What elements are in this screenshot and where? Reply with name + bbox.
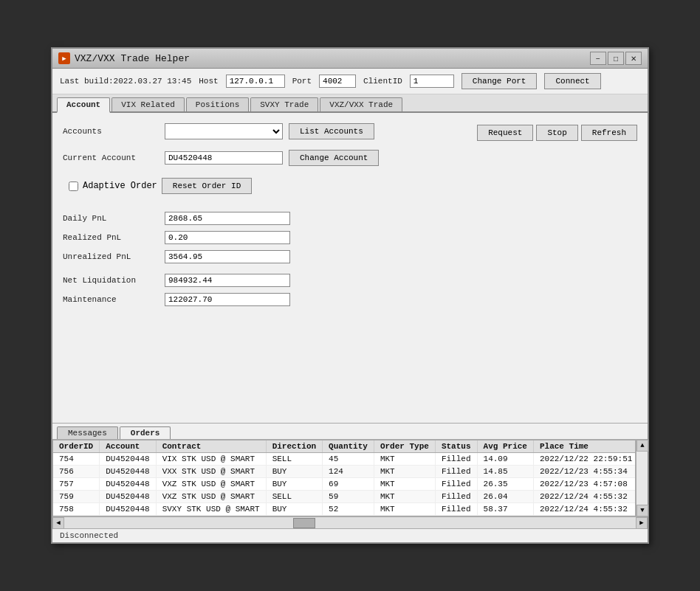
table-cell: DU4520448 xyxy=(100,478,156,491)
table-cell: 26.04 xyxy=(477,491,533,503)
scroll-down-button[interactable]: ▼ xyxy=(636,505,648,516)
table-cell: DU4520448 xyxy=(100,466,156,478)
orders-table: OrderID Account Contract Direction Quant… xyxy=(53,440,636,516)
table-header-row: OrderID Account Contract Direction Quant… xyxy=(53,440,636,453)
unrealized-pnl-input[interactable] xyxy=(165,250,290,263)
accounts-select[interactable] xyxy=(165,123,283,139)
adaptive-order-row: Adaptive Order Reset Order ID xyxy=(69,178,637,194)
port-label: Port xyxy=(292,77,312,86)
bottom-tab-messages[interactable]: Messages xyxy=(57,426,118,439)
table-cell: 2022/12/22 22:59:51 xyxy=(533,453,636,466)
change-port-button[interactable]: Change Port xyxy=(461,73,538,89)
table-cell: MKT xyxy=(374,503,435,516)
table-cell: VXX STK USD @ SMART xyxy=(156,466,266,478)
table-cell: 124 xyxy=(323,466,374,478)
col-account: Account xyxy=(100,440,156,453)
table-cell: VIX STK USD @ SMART xyxy=(156,453,266,466)
current-account-input[interactable] xyxy=(165,151,283,165)
table-cell: 52 xyxy=(323,503,374,516)
refresh-button[interactable]: Refresh xyxy=(581,125,637,141)
change-account-button[interactable]: Change Account xyxy=(289,150,379,166)
current-account-row: Current Account Change Account xyxy=(63,150,379,166)
table-cell: 14.09 xyxy=(477,453,533,466)
realized-pnl-label: Realized PnL xyxy=(63,233,159,242)
close-button[interactable]: ✕ xyxy=(625,52,642,65)
orders-table-container[interactable]: OrderID Account Contract Direction Quant… xyxy=(52,440,636,516)
table-cell: DU4520448 xyxy=(100,491,156,503)
table-cell: 58.37 xyxy=(477,503,533,516)
table-row[interactable]: 756DU4520448VXX STK USD @ SMARTBUY124MKT… xyxy=(53,466,636,478)
horizontal-scrollbar[interactable]: ◀ ▶ xyxy=(52,516,648,528)
connect-button[interactable]: Connect xyxy=(544,73,600,89)
table-cell: 756 xyxy=(53,466,100,478)
col-status: Status xyxy=(435,440,477,453)
main-tabs: Account VIX Related Positions SVXY Trade… xyxy=(52,94,648,113)
clientid-input[interactable] xyxy=(410,75,454,88)
table-cell: 757 xyxy=(53,478,100,491)
table-cell: Filled xyxy=(435,466,477,478)
table-cell: 758 xyxy=(53,503,100,516)
unrealized-pnl-row: Unrealized PnL xyxy=(63,250,637,263)
table-cell: VXZ STK USD @ SMART xyxy=(156,491,266,503)
table-cell: 59 xyxy=(323,491,374,503)
col-order-id: OrderID xyxy=(53,440,100,453)
col-direction: Direction xyxy=(266,440,322,453)
net-liquidation-input[interactable] xyxy=(165,274,290,287)
table-cell: 14.85 xyxy=(477,466,533,478)
table-cell: 2022/12/24 4:55:32 xyxy=(533,503,636,516)
daily-pnl-label: Daily PnL xyxy=(63,214,159,223)
host-input[interactable] xyxy=(226,75,285,88)
accounts-label: Accounts xyxy=(63,127,159,136)
table-row[interactable]: 754DU4520448VIX STK USD @ SMARTSELL45MKT… xyxy=(53,453,636,466)
build-label: Last build:2022.03.27 13:45 xyxy=(60,77,191,86)
clientid-label: ClientID xyxy=(363,77,402,86)
h-scroll-track xyxy=(64,517,636,528)
maintenance-input[interactable] xyxy=(165,293,290,306)
list-accounts-button[interactable]: List Accounts xyxy=(289,123,374,139)
h-scroll-thumb[interactable] xyxy=(293,518,315,528)
h-scroll-right-button[interactable]: ▶ xyxy=(636,517,648,529)
table-cell: SVXY STK USD @ SMART xyxy=(156,503,266,516)
realized-pnl-input[interactable] xyxy=(165,231,290,244)
title-bar-buttons: − □ ✕ xyxy=(590,52,642,65)
scroll-up-button[interactable]: ▲ xyxy=(636,440,648,452)
unrealized-pnl-label: Unrealized PnL xyxy=(63,252,159,261)
stop-button[interactable]: Stop xyxy=(536,125,577,141)
h-scroll-left-button[interactable]: ◀ xyxy=(52,517,64,529)
bottom-tab-orders[interactable]: Orders xyxy=(120,426,171,439)
tab-vxz-vxx-trade[interactable]: VXZ/VXX Trade xyxy=(320,97,402,111)
table-cell: DU4520448 xyxy=(100,503,156,516)
accounts-row: Accounts List Accounts xyxy=(63,123,379,139)
vertical-scrollbar[interactable]: ▲ ▼ xyxy=(636,440,648,516)
adaptive-order-checkbox[interactable] xyxy=(69,182,78,191)
scroll-track xyxy=(636,452,648,505)
table-cell: 759 xyxy=(53,491,100,503)
table-row[interactable]: 758DU4520448SVXY STK USD @ SMARTBUY52MKT… xyxy=(53,503,636,516)
tab-account[interactable]: Account xyxy=(57,97,110,113)
table-row[interactable]: 757DU4520448VXZ STK USD @ SMARTBUY69MKTF… xyxy=(53,478,636,491)
minimize-button[interactable]: − xyxy=(590,52,606,65)
daily-pnl-input[interactable] xyxy=(165,212,290,225)
maximize-button[interactable]: □ xyxy=(608,52,624,65)
port-input[interactable] xyxy=(319,75,356,88)
net-liquidation-row: Net Liquidation xyxy=(63,274,637,287)
status-bar: Disconnected xyxy=(52,528,648,542)
maintenance-row: Maintenance xyxy=(63,293,637,306)
table-cell: MKT xyxy=(374,453,435,466)
content-area: Accounts List Accounts Current Account C… xyxy=(52,113,648,423)
table-cell: MKT xyxy=(374,466,435,478)
table-cell: 2022/12/23 4:57:08 xyxy=(533,478,636,491)
table-cell: 26.35 xyxy=(477,478,533,491)
reset-order-id-button[interactable]: Reset Order ID xyxy=(162,178,252,194)
tab-positions[interactable]: Positions xyxy=(186,97,249,111)
table-row[interactable]: 759DU4520448VXZ STK USD @ SMARTSELL59MKT… xyxy=(53,491,636,503)
table-cell: Filled xyxy=(435,478,477,491)
tab-svxy-trade[interactable]: SVXY Trade xyxy=(250,97,318,111)
request-button[interactable]: Request xyxy=(477,125,533,141)
net-liquidation-label: Net Liquidation xyxy=(63,276,159,285)
table-cell: 69 xyxy=(323,478,374,491)
tab-vix-related[interactable]: VIX Related xyxy=(111,97,185,111)
table-cell: Filled xyxy=(435,453,477,466)
col-place-time: Place Time xyxy=(533,440,636,453)
bottom-tabs: Messages Orders xyxy=(52,424,648,440)
